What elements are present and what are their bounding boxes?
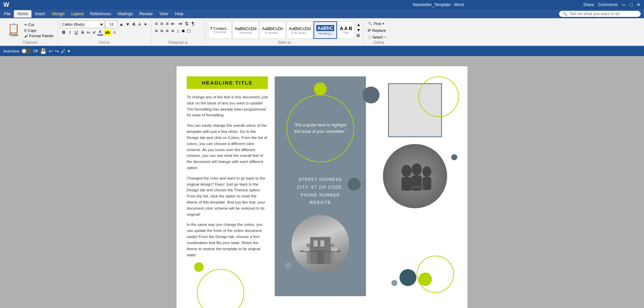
shading-btn[interactable]: ■ bbox=[181, 28, 186, 34]
style-heading1[interactable]: AaBbC Heading 1 bbox=[314, 21, 337, 39]
format-painter-btn[interactable]: 🖌 Format Painter bbox=[23, 33, 55, 38]
font-color2-btn[interactable]: A bbox=[112, 30, 117, 35]
style-contact[interactable]: ¶ Contact... ¶ Normal bbox=[208, 21, 232, 39]
font-size-input[interactable] bbox=[106, 21, 118, 28]
align-left-btn[interactable]: ≡ bbox=[154, 28, 159, 34]
align-right-btn[interactable]: ≡ bbox=[165, 28, 169, 34]
body-paragraph-4[interactable]: In the same way you change the colors, y… bbox=[187, 222, 268, 258]
paragraph-expand-btn[interactable]: ⊞ bbox=[185, 41, 188, 44]
title-bar: W Newsletter_Template - Word Share Comme… bbox=[0, 0, 644, 9]
menu-file[interactable]: File bbox=[1, 10, 14, 18]
menu-review[interactable]: Review bbox=[136, 10, 156, 18]
undo-btn[interactable]: ↩ bbox=[49, 48, 53, 54]
copy-btn[interactable]: ⎘ Copy bbox=[23, 28, 55, 33]
menu-help[interactable]: Help bbox=[171, 10, 187, 18]
svg-rect-7 bbox=[331, 247, 337, 251]
highlight-btn[interactable]: ab bbox=[104, 30, 111, 35]
body-paragraph-2[interactable]: You can easily change the overall colors… bbox=[187, 123, 268, 171]
replace-btn[interactable]: ⇄ Replace bbox=[366, 27, 391, 33]
styles-scroll-up[interactable]: ▲ bbox=[356, 22, 361, 27]
styles-expand-icon[interactable]: ⊞ bbox=[288, 41, 291, 44]
font-size-down-btn[interactable]: ▼ bbox=[125, 22, 131, 27]
save-icon[interactable]: 💾 bbox=[40, 48, 47, 54]
menu-mailings[interactable]: Mailings bbox=[114, 10, 136, 18]
redo-btn[interactable]: ↪ bbox=[55, 48, 59, 54]
borders-btn[interactable]: □ bbox=[186, 28, 191, 34]
svg-point-8 bbox=[401, 165, 412, 177]
font-size-up-btn[interactable]: ▲ bbox=[119, 22, 124, 27]
center-btn[interactable]: ≡ bbox=[159, 28, 164, 34]
people-svg bbox=[393, 154, 437, 198]
style-title[interactable]: A A B Title bbox=[338, 21, 355, 39]
customize-qat-btn[interactable]: 🖊 bbox=[61, 48, 66, 54]
italic-btn[interactable]: I bbox=[68, 29, 72, 35]
toggle-knob bbox=[22, 49, 26, 53]
menu-design-ctx[interactable]: Design bbox=[48, 10, 68, 18]
restore-btn[interactable]: □ bbox=[630, 2, 632, 7]
headline-box[interactable]: HEADLINE TITLE bbox=[187, 76, 268, 89]
cut-icon: ✂ bbox=[24, 23, 27, 27]
bullets-btn[interactable]: ≡ bbox=[154, 21, 159, 27]
strikethrough-btn[interactable]: S bbox=[80, 30, 85, 35]
close-btn[interactable]: ✕ bbox=[637, 2, 641, 7]
right-column bbox=[366, 76, 457, 296]
find-icon: 🔍 bbox=[368, 21, 372, 26]
increase-font-btn[interactable]: A bbox=[132, 22, 137, 27]
deco-circle-teal bbox=[399, 269, 416, 286]
justify-btn[interactable]: ≡ bbox=[170, 28, 175, 34]
decrease-indent-btn[interactable]: ⇤ bbox=[170, 21, 176, 27]
find-dropdown-icon[interactable]: ▾ bbox=[383, 22, 384, 25]
more-qat-btn[interactable]: ▾ bbox=[68, 48, 70, 54]
cut-btn[interactable]: ✂ Cut bbox=[23, 22, 55, 27]
paragraph-label: Paragraph bbox=[168, 41, 184, 44]
comments-btn[interactable]: Comments bbox=[598, 2, 618, 7]
quick-access-toolbar: AutoSave Off 💾 ↩ ↪ 🖊 ▾ bbox=[0, 46, 644, 56]
doc-title: Newsletter_Template - Word bbox=[293, 2, 583, 7]
paste-btn[interactable]: 📋 Paste bbox=[5, 23, 22, 38]
styles-scroll-down[interactable]: ▼ bbox=[356, 28, 361, 32]
editing-group: 🔍 Find ▾ ⇄ Replace ⬚ Select ~ Editing bbox=[364, 20, 394, 45]
select-btn[interactable]: ⬚ Select ~ bbox=[366, 34, 391, 40]
word-logo: W bbox=[3, 1, 9, 8]
bold-btn[interactable]: B bbox=[61, 29, 67, 35]
autosave-toggle[interactable] bbox=[21, 48, 31, 54]
find-btn[interactable]: 🔍 Find ▾ bbox=[366, 21, 391, 26]
font-group: Calibri (Body) ▲ ▼ A A ✦ B I U S x₂ x² A… bbox=[58, 20, 151, 45]
sort-btn[interactable]: ⇅ bbox=[184, 21, 190, 27]
address-line3: PHONE NUMBER bbox=[297, 191, 344, 199]
headline-text: HEADLINE TITLE bbox=[202, 80, 253, 86]
style-no-spacing[interactable]: AaBbCcDd ¶ No Spac... bbox=[286, 21, 313, 39]
menu-references[interactable]: References bbox=[87, 10, 114, 18]
styles-expand-btn[interactable]: ⊞ bbox=[356, 33, 361, 38]
menu-home[interactable]: Home bbox=[14, 10, 31, 18]
clipboard-group: 📋 Paste ✂ Cut ⎘ Copy 🖌 Format Painter Cl… bbox=[3, 20, 58, 45]
font-color-btn[interactable]: A bbox=[97, 29, 103, 35]
search-bar[interactable]: 🔍 bbox=[559, 11, 641, 17]
document-page: HEADLINE TITLE To change any of the text… bbox=[177, 66, 467, 308]
menu-view[interactable]: View bbox=[156, 10, 172, 18]
menu-layout-ctx[interactable]: Layout bbox=[68, 10, 87, 18]
font-expand-btn[interactable]: ⊞ bbox=[107, 41, 110, 44]
small-circle-mid-bottom bbox=[285, 262, 292, 269]
decrease-font-btn[interactable]: A bbox=[137, 22, 142, 27]
minimize-btn[interactable]: ─ bbox=[622, 2, 625, 8]
clear-format-btn[interactable]: ✦ bbox=[143, 22, 148, 27]
style-normal[interactable]: AaBbCcDd ¶ Normal bbox=[232, 21, 259, 39]
share-btn[interactable]: Share bbox=[583, 2, 594, 7]
menu-insert[interactable]: Insert bbox=[31, 10, 48, 18]
multilevel-btn[interactable]: ≡ bbox=[165, 21, 169, 27]
superscript-btn[interactable]: x² bbox=[92, 30, 97, 35]
people-circle bbox=[383, 144, 447, 208]
body-paragraph-3[interactable]: Changed the color and want to go back to… bbox=[187, 175, 268, 218]
styles-group: ¶ Contact... ¶ Normal AaBbCcDd ¶ Normal … bbox=[205, 20, 364, 45]
show-hide-btn[interactable]: ¶ bbox=[190, 21, 195, 27]
search-input[interactable] bbox=[570, 11, 637, 16]
numbering-btn[interactable]: ≡ bbox=[159, 21, 164, 27]
style-normal-nd[interactable]: AaBbCcDc ¶ Normal... bbox=[259, 21, 286, 39]
increase-indent-btn[interactable]: ⇥ bbox=[177, 21, 183, 27]
font-family-select[interactable]: Calibri (Body) bbox=[61, 21, 105, 28]
body-paragraph-1[interactable]: To change any of the text in this docume… bbox=[187, 94, 268, 118]
underline-btn[interactable]: U bbox=[73, 29, 79, 35]
line-spacing-btn[interactable]: ↕ bbox=[176, 28, 180, 34]
subscript-btn[interactable]: x₂ bbox=[86, 30, 91, 35]
